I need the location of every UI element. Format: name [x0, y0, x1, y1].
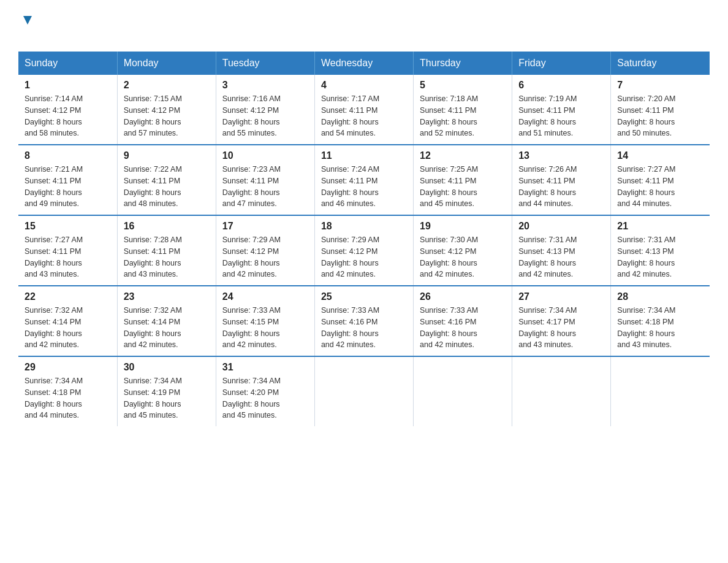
- calendar-day-cell: 9 Sunrise: 7:22 AM Sunset: 4:11 PM Dayli…: [117, 145, 216, 215]
- weekday-header-sunday: Sunday: [18, 52, 117, 75]
- day-number: 16: [124, 221, 210, 232]
- day-info: Sunrise: 7:34 AM Sunset: 4:17 PM Dayligh…: [518, 305, 604, 351]
- calendar-day-cell: 11 Sunrise: 7:24 AM Sunset: 4:11 PM Dayl…: [314, 145, 413, 215]
- weekday-header-tuesday: Tuesday: [216, 52, 314, 75]
- calendar-day-cell: 1 Sunrise: 7:14 AM Sunset: 4:12 PM Dayli…: [18, 75, 117, 145]
- calendar-day-cell: 10 Sunrise: 7:23 AM Sunset: 4:11 PM Dayl…: [216, 145, 314, 215]
- calendar-day-cell: 24 Sunrise: 7:33 AM Sunset: 4:15 PM Dayl…: [216, 286, 314, 356]
- calendar-day-cell: 19 Sunrise: 7:30 AM Sunset: 4:12 PM Dayl…: [414, 215, 512, 286]
- calendar-day-cell: 14 Sunrise: 7:27 AM Sunset: 4:11 PM Dayl…: [611, 145, 710, 215]
- day-number: 5: [420, 80, 506, 91]
- calendar-day-cell: 5 Sunrise: 7:18 AM Sunset: 4:11 PM Dayli…: [414, 75, 512, 145]
- day-number: 18: [321, 221, 407, 232]
- calendar-day-cell: 26 Sunrise: 7:33 AM Sunset: 4:16 PM Dayl…: [414, 286, 512, 356]
- calendar-day-cell: 13 Sunrise: 7:26 AM Sunset: 4:11 PM Dayl…: [512, 145, 611, 215]
- day-number: 19: [420, 221, 506, 232]
- calendar-table: SundayMondayTuesdayWednesdayThursdayFrid…: [18, 52, 710, 426]
- calendar-day-cell: 21 Sunrise: 7:31 AM Sunset: 4:13 PM Dayl…: [611, 215, 710, 286]
- day-info: Sunrise: 7:33 AM Sunset: 4:16 PM Dayligh…: [321, 305, 407, 351]
- calendar-day-cell: [611, 356, 710, 426]
- day-number: 6: [518, 80, 604, 91]
- day-number: 1: [25, 80, 111, 91]
- calendar-day-cell: 27 Sunrise: 7:34 AM Sunset: 4:17 PM Dayl…: [512, 286, 611, 356]
- day-info: Sunrise: 7:14 AM Sunset: 4:12 PM Dayligh…: [25, 93, 111, 139]
- calendar-week-row: 1 Sunrise: 7:14 AM Sunset: 4:12 PM Dayli…: [18, 75, 710, 145]
- day-number: 10: [222, 150, 308, 161]
- day-info: Sunrise: 7:20 AM Sunset: 4:11 PM Dayligh…: [617, 93, 703, 139]
- calendar-day-cell: 28 Sunrise: 7:34 AM Sunset: 4:18 PM Dayl…: [611, 286, 710, 356]
- day-number: 31: [222, 362, 308, 373]
- calendar-day-cell: [512, 356, 611, 426]
- day-info: Sunrise: 7:34 AM Sunset: 4:18 PM Dayligh…: [617, 305, 703, 351]
- day-info: Sunrise: 7:15 AM Sunset: 4:12 PM Dayligh…: [124, 93, 210, 139]
- day-info: Sunrise: 7:34 AM Sunset: 4:19 PM Dayligh…: [124, 375, 210, 421]
- calendar-day-cell: 17 Sunrise: 7:29 AM Sunset: 4:12 PM Dayl…: [216, 215, 314, 286]
- weekday-header-row: SundayMondayTuesdayWednesdayThursdayFrid…: [18, 52, 710, 75]
- day-info: Sunrise: 7:22 AM Sunset: 4:11 PM Dayligh…: [124, 164, 210, 210]
- calendar-day-cell: 7 Sunrise: 7:20 AM Sunset: 4:11 PM Dayli…: [611, 75, 710, 145]
- day-number: 7: [617, 80, 703, 91]
- day-info: Sunrise: 7:31 AM Sunset: 4:13 PM Dayligh…: [617, 234, 703, 280]
- day-info: Sunrise: 7:17 AM Sunset: 4:11 PM Dayligh…: [321, 93, 407, 139]
- day-number: 26: [420, 291, 506, 302]
- day-info: Sunrise: 7:27 AM Sunset: 4:11 PM Dayligh…: [25, 234, 111, 280]
- calendar-day-cell: 12 Sunrise: 7:25 AM Sunset: 4:11 PM Dayl…: [414, 145, 512, 215]
- svg-marker-0: [23, 16, 32, 25]
- weekday-header-friday: Friday: [512, 52, 611, 75]
- calendar-day-cell: 18 Sunrise: 7:29 AM Sunset: 4:12 PM Dayl…: [314, 215, 413, 286]
- day-info: Sunrise: 7:23 AM Sunset: 4:11 PM Dayligh…: [222, 164, 308, 210]
- day-number: 29: [25, 362, 111, 373]
- calendar-day-cell: 22 Sunrise: 7:32 AM Sunset: 4:14 PM Dayl…: [18, 286, 117, 356]
- day-number: 25: [321, 291, 407, 302]
- day-number: 11: [321, 150, 407, 161]
- day-info: Sunrise: 7:18 AM Sunset: 4:11 PM Dayligh…: [420, 93, 506, 139]
- day-info: Sunrise: 7:32 AM Sunset: 4:14 PM Dayligh…: [124, 305, 210, 351]
- day-number: 17: [222, 221, 308, 232]
- day-info: Sunrise: 7:31 AM Sunset: 4:13 PM Dayligh…: [518, 234, 604, 280]
- day-info: Sunrise: 7:29 AM Sunset: 4:12 PM Dayligh…: [222, 234, 308, 280]
- calendar-day-cell: 8 Sunrise: 7:21 AM Sunset: 4:11 PM Dayli…: [18, 145, 117, 215]
- day-info: Sunrise: 7:29 AM Sunset: 4:12 PM Dayligh…: [321, 234, 407, 280]
- day-info: Sunrise: 7:25 AM Sunset: 4:11 PM Dayligh…: [420, 164, 506, 210]
- day-number: 22: [25, 291, 111, 302]
- calendar-day-cell: 25 Sunrise: 7:33 AM Sunset: 4:16 PM Dayl…: [314, 286, 413, 356]
- day-info: Sunrise: 7:33 AM Sunset: 4:16 PM Dayligh…: [420, 305, 506, 351]
- calendar-day-cell: 15 Sunrise: 7:27 AM Sunset: 4:11 PM Dayl…: [18, 215, 117, 286]
- day-number: 24: [222, 291, 308, 302]
- calendar-week-row: 15 Sunrise: 7:27 AM Sunset: 4:11 PM Dayl…: [18, 215, 710, 286]
- day-info: Sunrise: 7:28 AM Sunset: 4:11 PM Dayligh…: [124, 234, 210, 280]
- day-info: Sunrise: 7:33 AM Sunset: 4:15 PM Dayligh…: [222, 305, 308, 351]
- day-info: Sunrise: 7:19 AM Sunset: 4:11 PM Dayligh…: [518, 93, 604, 139]
- day-info: Sunrise: 7:34 AM Sunset: 4:20 PM Dayligh…: [222, 375, 308, 421]
- weekday-header-wednesday: Wednesday: [314, 52, 413, 75]
- calendar-week-row: 22 Sunrise: 7:32 AM Sunset: 4:14 PM Dayl…: [18, 286, 710, 356]
- day-number: 2: [124, 80, 210, 91]
- calendar-day-cell: 2 Sunrise: 7:15 AM Sunset: 4:12 PM Dayli…: [117, 75, 216, 145]
- calendar-day-cell: [414, 356, 512, 426]
- calendar-day-cell: [314, 356, 413, 426]
- calendar-day-cell: 16 Sunrise: 7:28 AM Sunset: 4:11 PM Dayl…: [117, 215, 216, 286]
- calendar-day-cell: 20 Sunrise: 7:31 AM Sunset: 4:13 PM Dayl…: [512, 215, 611, 286]
- calendar-day-cell: 31 Sunrise: 7:34 AM Sunset: 4:20 PM Dayl…: [216, 356, 314, 426]
- day-info: Sunrise: 7:27 AM Sunset: 4:11 PM Dayligh…: [617, 164, 703, 210]
- weekday-header-monday: Monday: [117, 52, 216, 75]
- calendar-day-cell: 23 Sunrise: 7:32 AM Sunset: 4:14 PM Dayl…: [117, 286, 216, 356]
- day-info: Sunrise: 7:32 AM Sunset: 4:14 PM Dayligh…: [25, 305, 111, 351]
- weekday-header-thursday: Thursday: [414, 52, 512, 75]
- day-info: Sunrise: 7:30 AM Sunset: 4:12 PM Dayligh…: [420, 234, 506, 280]
- day-number: 12: [420, 150, 506, 161]
- day-number: 13: [518, 150, 604, 161]
- day-number: 9: [124, 150, 210, 161]
- day-info: Sunrise: 7:21 AM Sunset: 4:11 PM Dayligh…: [25, 164, 111, 210]
- calendar-week-row: 8 Sunrise: 7:21 AM Sunset: 4:11 PM Dayli…: [18, 145, 710, 215]
- day-number: 30: [124, 362, 210, 373]
- day-info: Sunrise: 7:26 AM Sunset: 4:11 PM Dayligh…: [518, 164, 604, 210]
- day-number: 20: [518, 221, 604, 232]
- day-info: Sunrise: 7:34 AM Sunset: 4:18 PM Dayligh…: [25, 375, 111, 421]
- day-info: Sunrise: 7:16 AM Sunset: 4:12 PM Dayligh…: [222, 93, 308, 139]
- day-number: 8: [25, 150, 111, 161]
- calendar-day-cell: 29 Sunrise: 7:34 AM Sunset: 4:18 PM Dayl…: [18, 356, 117, 426]
- calendar-week-row: 29 Sunrise: 7:34 AM Sunset: 4:18 PM Dayl…: [18, 356, 710, 426]
- calendar-day-cell: 30 Sunrise: 7:34 AM Sunset: 4:19 PM Dayl…: [117, 356, 216, 426]
- day-number: 27: [518, 291, 604, 302]
